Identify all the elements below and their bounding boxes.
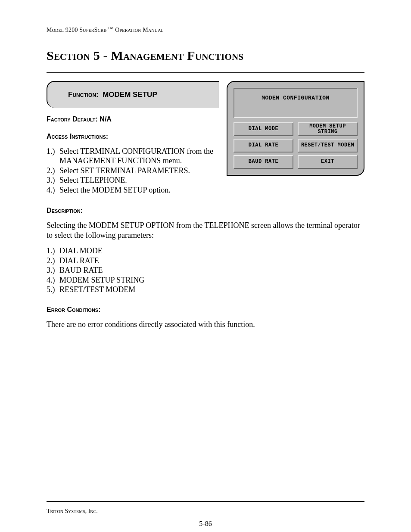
dial-rate-button[interactable]: DIAL RATE [234,139,293,152]
list-item: 2.) Select SET TERMINAL PARAMETERS. [47,166,222,176]
running-header: Model 9200 SuperScripTM Operation Manual [47,26,364,34]
button-label: MODEM SETUP STRING [299,124,357,134]
footer-company: Triton Systems, Inc. [47,508,364,515]
list-number: 2.) [47,166,59,176]
list-text: MODEM SETUP STRING [59,275,364,285]
function-banner: Function: MODEM SETUP [47,81,219,108]
page-footer: Triton Systems, Inc. 5-86 [47,501,364,515]
button-label: BAUD RATE [249,159,278,165]
error-conditions-text: There are no error conditions directly a… [47,320,364,330]
access-instructions-label: Access Instructions: [47,133,222,140]
header-manual: Operation Manual [114,27,164,33]
list-item: 1.) Select TERMINAL CONFIGURATION from t… [47,146,222,166]
panel-title-box: MODEM CONFIGURATION [234,88,358,118]
list-text: Select the MODEM SETUP option. [59,185,222,195]
error-conditions-label: Error Conditions: [47,306,364,314]
list-item: 5.) RESET/TEST MODEM [47,285,364,295]
list-text: DIAL MODE [59,246,364,256]
list-text: BAUD RATE [59,265,364,275]
function-name: MODEM SETUP [103,90,157,99]
list-item: 4.) Select the MODEM SETUP option. [47,185,222,195]
modem-setup-string-button[interactable]: MODEM SETUP STRING [298,122,358,136]
list-number: 3.) [47,175,59,185]
list-number: 3.) [47,265,59,275]
description-text: Selecting the MODEM SETUP OPTION from th… [47,221,364,240]
list-text: Select TELEPHONE. [59,175,222,185]
list-item: 4.) MODEM SETUP STRING [47,275,364,285]
list-number: 4.) [47,185,59,195]
description-label: Description: [47,207,364,215]
list-number: 1.) [47,146,59,166]
list-number: 1.) [47,246,59,256]
list-text: DIAL RATE [59,256,364,266]
list-number: 2.) [47,256,59,266]
list-number: 4.) [47,275,59,285]
reset-test-modem-button[interactable]: RESET/TEST MODEM [298,139,358,152]
factory-default-label: Factory Default: [47,115,98,123]
trademark-symbol: TM [108,26,114,30]
modem-config-panel: MODEM CONFIGURATION DIAL MODE MODEM SETU… [227,81,364,176]
list-text: RESET/TEST MODEM [59,285,364,295]
button-label: EXIT [321,159,334,165]
button-label: DIAL MODE [249,126,278,132]
factory-default-line: Factory Default: N/A [47,115,222,123]
list-text: Select TERMINAL CONFIGURATION from the M… [59,146,222,166]
button-label: RESET/TEST MODEM [301,143,354,148]
page-number: 5-86 [47,520,364,528]
dial-mode-button[interactable]: DIAL MODE [234,122,293,136]
list-item: 2.) DIAL RATE [47,256,364,266]
footer-divider [47,501,364,502]
list-number: 5.) [47,285,59,295]
baud-rate-button[interactable]: BAUD RATE [234,155,293,169]
button-label: DIAL RATE [249,143,278,148]
header-model: Model 9200 SuperScrip [47,27,108,33]
factory-default-value: N/A [100,115,112,123]
list-item: 1.) DIAL MODE [47,246,364,256]
list-item: 3.) Select TELEPHONE. [47,175,222,185]
panel-title: MODEM CONFIGURATION [262,95,330,101]
list-text: Select SET TERMINAL PARAMETERS. [59,166,222,176]
access-steps-list: 1.) Select TERMINAL CONFIGURATION from t… [47,146,222,195]
section-title: Section 5 - Management Functions [47,48,364,63]
exit-button[interactable]: EXIT [298,155,358,169]
list-item: 3.) BAUD RATE [47,265,364,275]
function-label: Function: [68,90,99,99]
section-divider [47,72,364,73]
description-params-list: 1.) DIAL MODE 2.) DIAL RATE 3.) BAUD RAT… [47,246,364,295]
